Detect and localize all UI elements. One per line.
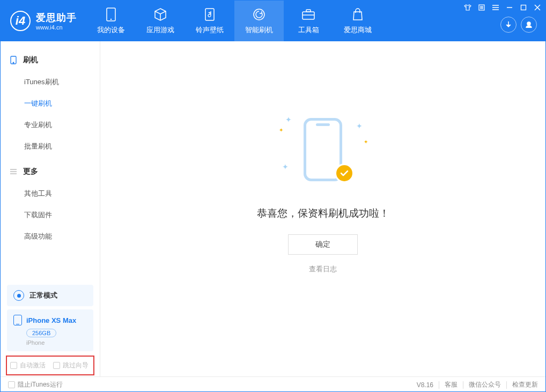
sidebar-group-flash: 刷机 — [1, 51, 100, 69]
close-button[interactable] — [532, 3, 543, 12]
app-logo: i4 爱思助手 www.i4.cn — [1, 11, 86, 31]
sidebar-item-batch[interactable]: 批量刷机 — [1, 136, 100, 157]
list-icon[interactable] — [476, 3, 488, 12]
option-block-itunes[interactable]: 阻止iTunes运行 — [8, 380, 63, 389]
device-card[interactable]: iPhone XS Max 256GB iPhone — [7, 309, 93, 351]
svg-point-17 — [527, 22, 530, 25]
svg-point-19 — [13, 62, 14, 63]
sidebar-item-pro[interactable]: 专业刷机 — [1, 114, 100, 136]
cube-icon — [153, 7, 168, 22]
music-icon — [202, 7, 217, 22]
option-skip-guide[interactable]: 跳过向导 — [53, 361, 88, 370]
logo-icon: i4 — [10, 11, 31, 31]
user-icon[interactable] — [521, 17, 537, 33]
refresh-icon — [252, 7, 267, 22]
sidebar-group-more: 更多 — [1, 162, 100, 181]
success-badge-icon — [335, 164, 354, 183]
device-name: iPhone XS Max — [26, 316, 76, 324]
sparkle-icon: ✦ — [285, 115, 292, 124]
sparkle-icon: ✦ — [364, 139, 368, 145]
nav-ringtones[interactable]: 铃声壁纸 — [185, 1, 234, 41]
window-controls — [462, 3, 543, 12]
success-message: 恭喜您，保资料刷机成功啦！ — [257, 206, 389, 220]
version-label: V8.16 — [417, 381, 433, 389]
sparkle-icon: ✦ — [356, 122, 363, 130]
support-link[interactable]: 客服 — [445, 380, 458, 389]
main-nav: 我的设备 应用游戏 铃声壁纸 智能刷机 工具箱 爱思商城 — [86, 1, 382, 41]
svg-point-1 — [110, 19, 112, 20]
sidebar-item-itunes[interactable]: iTunes刷机 — [1, 71, 100, 93]
device-storage: 256GB — [26, 329, 56, 337]
nav-apps[interactable]: 应用游戏 — [136, 1, 185, 41]
options-highlight-box: 自动激活 跳过向导 — [6, 356, 94, 375]
success-illustration: ✦ ✦ ✦ ✦ ✦ — [285, 112, 360, 187]
header-right — [462, 3, 543, 33]
bag-icon — [350, 7, 365, 22]
checkbox-icon — [10, 362, 17, 369]
checkbox-icon — [8, 381, 15, 388]
view-log-link[interactable]: 查看日志 — [309, 264, 337, 274]
download-icon[interactable] — [500, 17, 517, 33]
nav-toolbox[interactable]: 工具箱 — [284, 1, 333, 41]
svg-rect-4 — [306, 10, 311, 12]
phone-small-icon — [9, 56, 18, 64]
phone-icon — [104, 7, 119, 22]
checkbox-icon — [53, 362, 60, 369]
sparkle-icon: ✦ — [279, 127, 283, 133]
device-icon — [13, 315, 22, 326]
shirt-icon[interactable] — [462, 3, 474, 12]
main-panel: ✦ ✦ ✦ ✦ ✦ 恭喜您，保资料刷机成功啦！ 确定 查看日志 — [100, 41, 545, 376]
minimize-button[interactable] — [504, 3, 515, 12]
sidebar-item-oneclick[interactable]: 一键刷机 — [1, 93, 100, 114]
svg-rect-3 — [302, 12, 314, 19]
svg-rect-14 — [521, 5, 526, 10]
app-name: 爱思助手 — [36, 11, 77, 24]
sparkle-icon: ✦ — [282, 162, 289, 171]
sidebar: 刷机 iTunes刷机 一键刷机 专业刷机 批量刷机 更多 其他工具 下载固件 … — [1, 41, 100, 376]
nav-store[interactable]: 爱思商城 — [333, 1, 382, 41]
ok-button[interactable]: 确定 — [288, 234, 358, 255]
maximize-button[interactable] — [518, 3, 529, 12]
wechat-link[interactable]: 微信公众号 — [469, 380, 501, 389]
sidebar-item-advanced[interactable]: 高级功能 — [1, 226, 100, 247]
sidebar-item-firmware[interactable]: 下载固件 — [1, 204, 100, 226]
status-bar: 阻止iTunes运行 V8.16 客服 微信公众号 检查更新 — [1, 376, 545, 392]
sidebar-item-other[interactable]: 其他工具 — [1, 183, 100, 204]
app-url: www.i4.cn — [36, 24, 77, 31]
mode-icon — [13, 290, 24, 301]
menu-icon[interactable] — [490, 3, 501, 12]
nav-flash[interactable]: 智能刷机 — [234, 1, 284, 41]
check-update-link[interactable]: 检查更新 — [512, 380, 538, 389]
header: i4 爱思助手 www.i4.cn 我的设备 应用游戏 铃声壁纸 智能刷机 工具… — [1, 1, 545, 41]
mode-card[interactable]: 正常模式 — [7, 285, 93, 306]
device-type: iPhone — [26, 339, 87, 346]
toolbox-icon — [301, 7, 316, 22]
list-small-icon — [9, 167, 18, 176]
mode-label: 正常模式 — [29, 291, 57, 300]
option-auto-activate[interactable]: 自动激活 — [10, 361, 46, 370]
nav-my-device[interactable]: 我的设备 — [86, 1, 136, 41]
